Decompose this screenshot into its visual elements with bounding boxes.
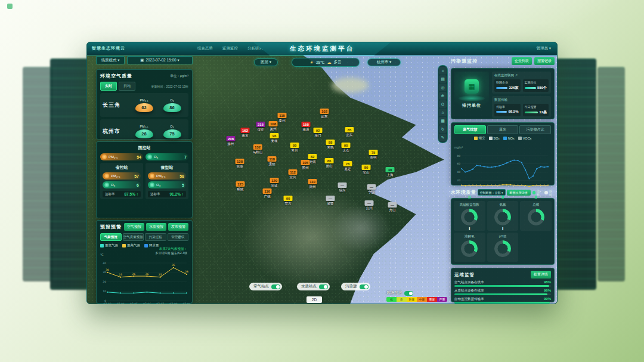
svg-text:07-03: 07-03 (103, 302, 111, 304)
map-station-marker[interactable]: 132马鞍山 (253, 144, 263, 154)
stat-enterprises: 联网企业 326家 (494, 79, 521, 92)
map-station-marker[interactable]: —绍兴 (338, 182, 347, 193)
map-station-marker[interactable]: 102如东 (320, 109, 329, 119)
toggle-switch-icon[interactable] (360, 284, 369, 289)
toggle-pollution-sources-label: 污染源 (345, 284, 357, 289)
tab-pollution-process[interactable]: 污染过程 (145, 233, 166, 241)
map-station-marker[interactable]: —舟山 (388, 202, 397, 212)
svg-text:40: 40 (103, 262, 106, 265)
map-station-marker[interactable]: 162南京 (241, 128, 250, 138)
nav-item-overview[interactable]: 综合态势 (197, 46, 213, 51)
map-station-marker[interactable]: 105苏州 (301, 160, 310, 170)
gauge-bowl: 75 (163, 129, 181, 138)
map-station-marker[interactable]: 92海门 (314, 128, 323, 138)
toggle-water-stations[interactable]: 水质站点 (297, 283, 330, 290)
zoom-out-icon[interactable]: ⊖ (439, 100, 447, 108)
map-station-marker[interactable]: 96姜堰 (270, 133, 279, 143)
air-tab-daily[interactable]: 日均 (119, 82, 135, 91)
map-station-marker[interactable]: 215仪征 (256, 122, 265, 132)
home-icon[interactable]: ⌂ (439, 109, 447, 116)
publish-warning-button[interactable]: 发布预警 (168, 223, 188, 231)
water-detail-button[interactable]: 断面水质详情 (507, 190, 531, 196)
toggle-pollution-sources[interactable]: 污染源 (341, 283, 370, 290)
map-station-marker[interactable]: 155南通 (302, 122, 311, 132)
pollution-source-panel: ▦ 排污单位 在线监控联网 ↗ 联网企业 326家 监测点位 589个 (451, 68, 555, 119)
map-station-marker[interactable]: 48上海 (386, 167, 395, 177)
cloud-icon: ☁ (327, 60, 331, 65)
wind-layer-toggle[interactable]: 风场图层 (386, 290, 413, 296)
nav-item-monitoring[interactable]: 监测监控 (222, 46, 238, 51)
map-station-marker[interactable]: 90太仓 (342, 143, 351, 153)
tab-pollutant-share[interactable]: 污染物占比 (519, 125, 551, 134)
map-station-marker[interactable]: 90安吉 (284, 196, 293, 206)
forecast-y-label: ℃ (100, 253, 104, 256)
map-station-marker[interactable]: 116广德 (263, 188, 272, 199)
locate-icon[interactable]: ◎ (439, 83, 447, 91)
map-station-marker[interactable]: —台州 (365, 200, 374, 211)
map-station-marker[interactable]: 115泰州 (278, 113, 287, 123)
toggle-air-stations-label: 空气站点 (253, 284, 269, 289)
tab-air-forecast[interactable]: 空气质量预报 (123, 233, 144, 241)
reset-icon[interactable]: ↻ (439, 125, 447, 133)
map-weather-value: 多云 (333, 60, 341, 65)
toggle-switch-icon[interactable] (404, 291, 413, 296)
map-layer-label: 图层 ▾ (261, 60, 271, 65)
draw-icon[interactable]: ✎ (439, 134, 447, 141)
svg-text:80: 80 (457, 154, 460, 157)
user-menu[interactable]: 管理员 ▾ (536, 46, 551, 51)
map-layer-button[interactable]: 图层 ▾ (254, 58, 278, 66)
map-station-marker[interactable]: 80宝山 (362, 165, 371, 175)
tab-gas-emission[interactable]: 废气排放 (454, 125, 486, 134)
card-title: 省控站 (103, 165, 141, 171)
layers-icon[interactable]: ▤ (439, 75, 447, 83)
map-station-marker[interactable]: 208滁州 (227, 136, 236, 146)
map-toolbar: ≡ ▤ ◎ ⊕ ⊖ ⌂ ▦ ↻ ✎ (438, 65, 448, 143)
enterprise-list-button[interactable]: 企业列表 (512, 57, 532, 65)
calendar-icon: ▣ (140, 58, 144, 63)
map-2d-mode-button[interactable]: 2D (306, 296, 322, 303)
tab-control-advice[interactable]: 管控建议 (168, 233, 189, 241)
svg-text:25: 25 (159, 273, 162, 276)
air-tab-realtime[interactable]: 实时 (100, 82, 117, 91)
map-city-select[interactable]: 杭州市 ▾ (367, 58, 401, 66)
map-station-marker[interactable]: 118溧阳 (268, 156, 277, 166)
map-station-marker[interactable]: 128芜湖 (236, 159, 244, 169)
map-station-marker[interactable]: 86昆山 (325, 158, 334, 168)
toggle-air-stations[interactable]: 空气站点 (249, 283, 282, 290)
air-forecast-button[interactable]: 空气预报 (124, 223, 144, 231)
weather-forecast-chart: 01020304007-03周日07-04周一07-05周二07-06周三07-… (100, 258, 190, 304)
toggle-switch-icon[interactable] (319, 284, 328, 289)
datetime-picker[interactable]: ▣ 2022-07-02 15:00 ▾ (127, 56, 193, 64)
tab-weather-forecast[interactable]: 气象预报 (100, 233, 122, 241)
toggle-switch-icon[interactable] (271, 284, 280, 289)
svg-text:10: 10 (103, 290, 106, 293)
aqi-level-heavy: 重度 (427, 297, 437, 302)
alarm-record-button[interactable]: 报警记录 (534, 57, 555, 65)
map-station-marker[interactable]: —诸暨 (326, 196, 335, 206)
map-station-marker[interactable]: 110湖州 (308, 179, 317, 189)
ops-detail-button[interactable]: 处置详情 (531, 271, 551, 279)
map-city-label: 杭州市 ▾ (377, 60, 392, 65)
o3-gauge: O₃ 86 (158, 98, 186, 112)
map-station-marker[interactable]: 88常熟 (326, 140, 335, 150)
source-card-label: 排污单位 (462, 103, 481, 109)
map-station-marker[interactable]: 108扬州 (269, 121, 278, 131)
tab-waste-water[interactable]: 废水 (487, 125, 519, 134)
scene-mode-select[interactable]: 场景模式 ▾ (96, 56, 125, 64)
map-station-marker[interactable]: 95常州 (290, 143, 299, 153)
map-station-marker[interactable]: 120宣城 (270, 178, 279, 188)
o3-icon (150, 182, 154, 187)
map-station-marker[interactable]: 85启东 (345, 127, 354, 137)
menu-icon[interactable]: ≡ (439, 67, 447, 75)
datetime-value: 2022-07-02 15:00 ▾ (145, 58, 179, 63)
map-station-marker[interactable]: 78嘉定 (343, 161, 352, 171)
ops-item: 空气站点设备在线率98% (454, 280, 551, 287)
map-station-marker[interactable]: —宁波 (367, 184, 376, 194)
zoom-in-icon[interactable]: ⊕ (439, 92, 447, 100)
water-forecast-button[interactable]: 水质预报 (146, 223, 166, 231)
grid-icon[interactable]: ▦ (439, 117, 447, 125)
map-station-marker[interactable]: 125铜陵 (236, 181, 245, 191)
map-station-marker[interactable]: 75崇明 (369, 150, 378, 160)
map-station-marker[interactable]: 112宜兴 (289, 169, 298, 180)
factory-icon: ▦ (465, 79, 479, 94)
